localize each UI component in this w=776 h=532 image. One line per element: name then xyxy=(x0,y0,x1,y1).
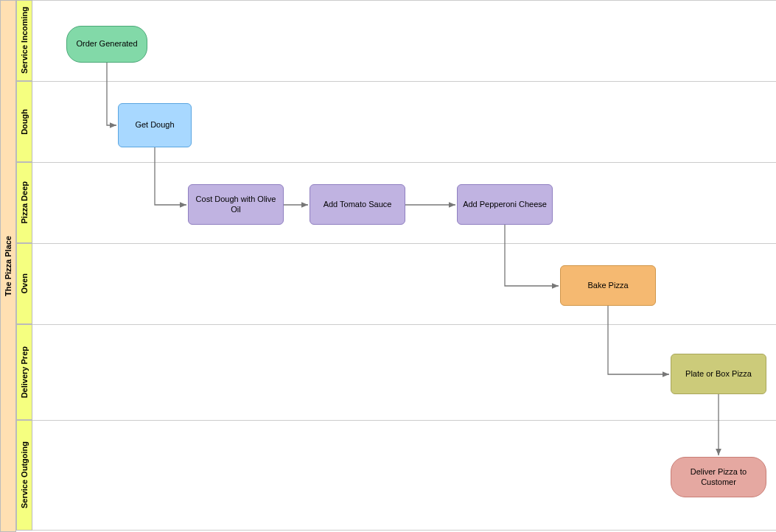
pool-title: The Pizza Place xyxy=(0,0,16,532)
lane-label-text: Service Incoming xyxy=(20,7,29,74)
lane-body-l4 xyxy=(32,324,776,420)
node-label: Deliver Pizza to Customer xyxy=(674,467,763,486)
lane-label-text: Pizza Deep xyxy=(20,181,29,223)
lane-label-l1: Dough xyxy=(16,81,32,162)
node-label: Order Generated xyxy=(76,39,137,49)
node-label: Bake Pizza xyxy=(587,281,628,290)
node-deliver[interactable]: Deliver Pizza to Customer xyxy=(671,457,766,497)
lane-body-l5 xyxy=(32,420,776,531)
node-sauce[interactable]: Add Tomato Sauce xyxy=(310,184,405,225)
lane-label-l4: Delivery Prep xyxy=(16,324,32,420)
node-oil[interactable]: Cost Dough with Olive Oil xyxy=(188,184,284,225)
lane-body-l3 xyxy=(32,243,776,324)
node-label: Add Tomato Sauce xyxy=(324,200,392,209)
pool-title-text: The Pizza Place xyxy=(4,236,13,296)
node-bake[interactable]: Bake Pizza xyxy=(560,265,656,306)
lane-label-l2: Pizza Deep xyxy=(16,162,32,243)
node-plate[interactable]: Plate or Box Pizza xyxy=(671,354,766,394)
node-label: Get Dough xyxy=(135,120,174,130)
node-label: Plate or Box Pizza xyxy=(685,369,752,379)
node-dough[interactable]: Get Dough xyxy=(118,103,192,147)
lane-label-text: Dough xyxy=(20,109,29,135)
node-cheese[interactable]: Add Pepperoni Cheese xyxy=(457,184,553,225)
node-label: Add Pepperoni Cheese xyxy=(463,200,547,209)
lane-label-l0: Service Incoming xyxy=(16,0,32,81)
lane-label-text: Delivery Prep xyxy=(20,346,29,398)
node-order[interactable]: Order Generated xyxy=(66,26,147,63)
lane-label-l3: Oven xyxy=(16,243,32,324)
lane-label-l5: Service Outgoing xyxy=(16,420,32,531)
lane-label-text: Service Outgoing xyxy=(20,441,29,508)
lane-label-text: Oven xyxy=(20,273,29,294)
node-label: Cost Dough with Olive Oil xyxy=(192,195,280,214)
